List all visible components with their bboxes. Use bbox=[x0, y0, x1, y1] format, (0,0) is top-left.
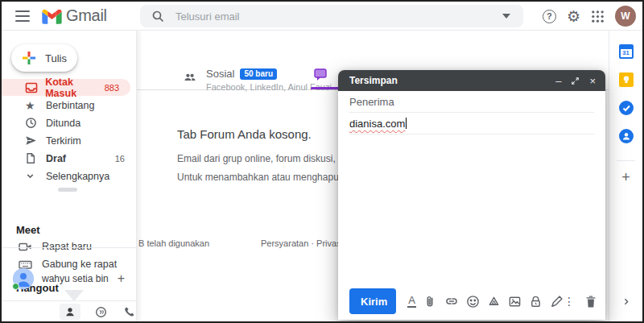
sidebar-item-inbox[interactable]: Kotak Masuk 883 bbox=[2, 79, 130, 96]
collapse-panel-icon[interactable] bbox=[621, 296, 631, 307]
contact-name: wahyu setia bin bbox=[42, 273, 109, 284]
help-icon[interactable]: ? bbox=[543, 10, 556, 23]
attach-file-icon[interactable] bbox=[423, 295, 437, 309]
signature-pen-icon[interactable] bbox=[550, 295, 564, 309]
draft-icon bbox=[25, 152, 39, 164]
search-input[interactable]: Telusuri email bbox=[175, 10, 502, 23]
hangout-contact-row[interactable]: wahyu setia bin + bbox=[2, 267, 136, 290]
send-button-label: Kirim bbox=[349, 288, 396, 314]
tab-sosial-badge: 50 baru bbox=[240, 68, 277, 80]
inbox-count: 883 bbox=[105, 83, 119, 93]
search-icon bbox=[151, 10, 164, 23]
compose-window: Tersimpan – × Penerima dianisa.com Kirim bbox=[338, 70, 605, 320]
compose-button-label: Tulis bbox=[45, 52, 67, 64]
sidebar-item-more[interactable]: Selengkapnya bbox=[2, 168, 136, 184]
minimize-icon[interactable]: – bbox=[555, 76, 561, 86]
add-contact-icon[interactable]: + bbox=[118, 271, 125, 286]
insert-photo-icon[interactable] bbox=[508, 295, 522, 309]
sidebar-item-drafts[interactable]: Draf 16 bbox=[2, 150, 136, 167]
clock-icon bbox=[25, 117, 39, 129]
sidebar-nav: Kotak Masuk 883 ★ Berbintang Ditunda bbox=[2, 79, 136, 185]
sidebar-footer bbox=[2, 300, 136, 321]
text-cursor bbox=[406, 118, 407, 129]
inbox-icon bbox=[25, 81, 38, 94]
insert-emoji-icon[interactable] bbox=[466, 295, 480, 309]
settings-gear-icon[interactable]: ⚙ bbox=[567, 9, 580, 24]
compose-plus-icon bbox=[21, 50, 37, 66]
subject-field[interactable]: dianisa.com bbox=[349, 113, 594, 135]
close-icon[interactable]: × bbox=[589, 76, 596, 86]
people-icon bbox=[184, 71, 196, 84]
insert-link-icon[interactable] bbox=[444, 294, 459, 309]
account-avatar[interactable]: W bbox=[615, 6, 636, 27]
send-icon bbox=[25, 135, 39, 147]
sidebar-item-sent[interactable]: Terkirim bbox=[2, 132, 136, 149]
more-options-icon[interactable]: ⋮ bbox=[564, 296, 575, 307]
online-status-dot bbox=[12, 283, 19, 290]
sidebar-item-snoozed[interactable]: Ditunda bbox=[2, 114, 136, 131]
message-body[interactable] bbox=[338, 135, 605, 288]
compose-header[interactable]: Tersimpan – × bbox=[338, 70, 605, 91]
right-apps-rail: 31 + bbox=[609, 31, 642, 321]
meet-section-header: Meet bbox=[16, 224, 40, 236]
topbar-actions: ? ⚙ W bbox=[543, 2, 636, 31]
contact-avatar bbox=[13, 268, 34, 289]
sidebar-item-starred[interactable]: ★ Berbintang bbox=[2, 97, 136, 114]
rail-divider bbox=[617, 160, 635, 161]
contacts-tab-icon[interactable] bbox=[60, 304, 80, 320]
video-camera-icon bbox=[19, 241, 32, 253]
storage-usage-text: B telah digunakan bbox=[138, 238, 209, 248]
recipients-placeholder: Penerima bbox=[349, 96, 394, 108]
contacts-icon[interactable] bbox=[619, 129, 634, 143]
gmail-logo-icon bbox=[40, 7, 64, 25]
formatting-options-icon[interactable]: A bbox=[407, 295, 416, 308]
calendar-icon[interactable]: 31 bbox=[619, 44, 634, 59]
drive-icon[interactable] bbox=[487, 295, 501, 309]
keep-icon[interactable] bbox=[619, 72, 634, 87]
tasks-icon[interactable] bbox=[619, 101, 634, 115]
hangouts-tab-icon[interactable] bbox=[90, 304, 111, 320]
confidential-mode-icon[interactable] bbox=[529, 295, 543, 309]
discard-draft-trash-icon[interactable] bbox=[584, 295, 597, 309]
panel-resize-handle[interactable] bbox=[58, 188, 77, 192]
recipients-field[interactable]: Penerima bbox=[349, 91, 594, 113]
hangout-bubble-decoration bbox=[64, 290, 84, 301]
compose-title: Tersimpan bbox=[349, 75, 398, 86]
gmail-window: Gmail Telusuri email ? ⚙ W bbox=[0, 0, 644, 323]
left-sidebar: Tulis Kotak Masuk 883 ★ Berbintang bbox=[2, 31, 137, 321]
meet-new-meeting[interactable]: Rapat baru bbox=[2, 238, 136, 255]
phone-tab-icon[interactable] bbox=[119, 304, 140, 320]
apps-grid-icon[interactable] bbox=[591, 10, 605, 23]
subject-value: dianisa.com bbox=[349, 118, 405, 130]
tab-forum-icon[interactable] bbox=[314, 68, 329, 82]
search-options-icon[interactable] bbox=[502, 14, 510, 19]
send-button[interactable]: Kirim bbox=[349, 288, 396, 314]
empty-state-title: Tab Forum Anda kosong. bbox=[177, 127, 312, 141]
star-icon: ★ bbox=[25, 100, 39, 111]
popout-icon[interactable] bbox=[571, 77, 580, 85]
sidebar-divider bbox=[2, 247, 136, 248]
compose-toolbar: Kirim A bbox=[338, 288, 605, 320]
search-bar[interactable]: Telusuri email bbox=[140, 5, 523, 27]
app-title: Gmail bbox=[66, 6, 107, 25]
compose-button[interactable]: Tulis bbox=[11, 44, 77, 72]
add-addon-icon[interactable]: + bbox=[621, 169, 630, 186]
drafts-count: 16 bbox=[115, 154, 125, 164]
menu-icon[interactable] bbox=[15, 10, 30, 22]
chevron-down-icon bbox=[25, 171, 39, 181]
tab-sosial-label: Sosial bbox=[206, 68, 234, 80]
topbar: Gmail Telusuri email ? ⚙ W bbox=[2, 2, 642, 31]
